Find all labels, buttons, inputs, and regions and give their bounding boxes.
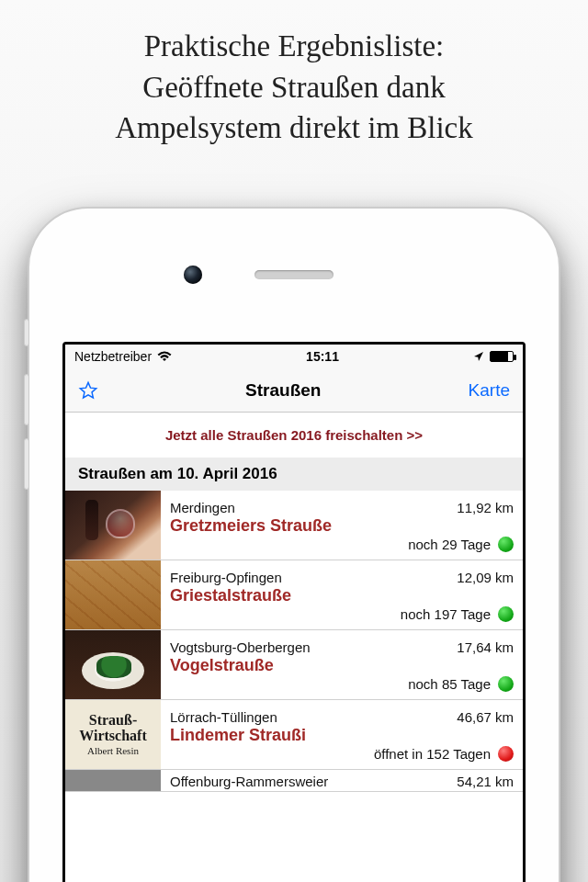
carrier-label: Netzbetreiber [74, 349, 152, 364]
venue-name: Gretzmeiers Strauße [170, 516, 514, 536]
list-item[interactable]: Offenburg-Rammersweier54,21 km [65, 770, 523, 792]
town-label: Offenburg-Rammersweier [170, 774, 328, 789]
thumbnail-text: Strauß- [89, 713, 137, 729]
navbar: Straußen Karte [65, 368, 523, 413]
list-item[interactable]: Freiburg-Opfingen12,09 km Griestalstrauß… [65, 560, 523, 630]
distance-label: 46,67 km [457, 709, 514, 725]
venue-name: Griestalstrauße [170, 586, 514, 605]
promo-line: Ampelsystem direkt im Blick [28, 107, 560, 149]
promo-line: Geöffnete Straußen dank [28, 67, 560, 108]
promo-line: Praktische Ergebnisliste: [28, 26, 560, 67]
list-item[interactable]: Vogtsburg-Oberbergen17,64 km Vogelstrauß… [65, 630, 523, 700]
favorites-button[interactable] [78, 380, 98, 401]
section-header: Straußen am 10. April 2016 [65, 458, 523, 491]
thumbnail [65, 491, 161, 560]
town-label: Lörrach-Tüllingen [170, 709, 277, 725]
phone-mute-switch [24, 319, 29, 346]
town-label: Vogtsburg-Oberbergen [170, 639, 311, 655]
thumbnail [65, 630, 161, 699]
status-text: noch 29 Tage [408, 537, 491, 552]
ear-speaker [254, 270, 334, 279]
promo-text: Praktische Ergebnisliste: Geöffnete Stra… [0, 0, 588, 158]
unlock-banner[interactable]: Jetzt alle Straußen 2016 freischalten >> [65, 413, 523, 458]
thumbnail [65, 770, 161, 791]
distance-label: 11,92 km [457, 500, 514, 515]
distance-label: 54,21 km [457, 774, 514, 789]
wifi-icon [157, 351, 172, 362]
status-dot-icon [498, 746, 514, 762]
thumbnail [65, 560, 161, 629]
list-item[interactable]: Merdingen11,92 km Gretzmeiers Strauße no… [65, 491, 523, 560]
list-item[interactable]: Strauß- Wirtschaft Albert Resin Lörrach-… [65, 700, 523, 770]
status-text: noch 197 Tage [401, 606, 491, 622]
status-dot-icon [498, 676, 514, 692]
town-label: Freiburg-Opfingen [170, 570, 282, 585]
battery-icon [490, 351, 514, 362]
page-title: Straußen [245, 380, 321, 401]
status-text: öffnet in 152 Tagen [374, 746, 491, 762]
status-dot-icon [498, 606, 514, 622]
phone-volume-down [24, 438, 29, 490]
thumbnail: Strauß- Wirtschaft Albert Resin [65, 700, 161, 769]
status-text: noch 85 Tage [408, 676, 491, 692]
venue-name: Vogelstrauße [170, 656, 514, 675]
phone-volume-up [24, 374, 29, 425]
thumbnail-text: Albert Resin [87, 746, 139, 757]
screen: Netzbetreiber 15:11 Straußen Karte Jetzt… [62, 342, 526, 882]
venue-name: Lindemer Straußi [170, 726, 514, 745]
town-label: Merdingen [170, 500, 235, 515]
thumbnail-text: Wirtschaft [79, 729, 146, 744]
phone-mock: Netzbetreiber 15:11 Straußen Karte Jetzt… [28, 207, 560, 882]
status-bar: Netzbetreiber 15:11 [65, 345, 523, 368]
clock: 15:11 [306, 349, 339, 364]
front-camera [184, 266, 202, 284]
location-icon [473, 351, 484, 362]
status-dot-icon [498, 537, 514, 552]
distance-label: 12,09 km [457, 570, 514, 585]
distance-label: 17,64 km [457, 639, 514, 655]
map-button[interactable]: Karte [469, 380, 510, 401]
